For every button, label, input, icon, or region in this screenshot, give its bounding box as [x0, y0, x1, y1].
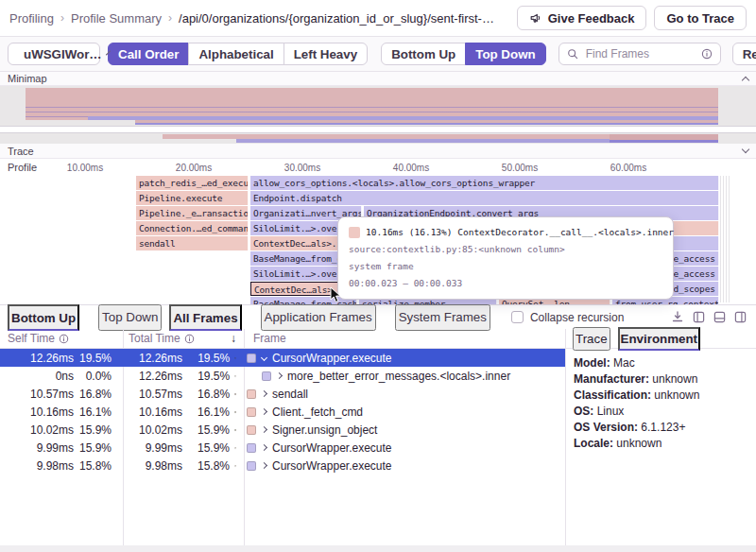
axis-tick: 10.00ms [67, 163, 103, 173]
chevron-right-icon: › [60, 11, 64, 25]
frame-cell[interactable]: CursorWrapper.execute [244, 352, 565, 365]
flame-frame[interactable]: Endpoint.dispatch [250, 191, 719, 205]
environment-line: Locale: unknown [574, 436, 756, 452]
reset-zoom-button[interactable]: Reset Zoom [732, 43, 756, 65]
profiling-page: Profiling › Profile Summary › /api/0/org… [0, 0, 756, 552]
info-icon[interactable] [701, 48, 713, 60]
minimap-title: Minimap [8, 73, 47, 84]
frame-cell[interactable]: CursorWrapper.execute [244, 441, 565, 455]
total-time-label: Total Time [129, 332, 180, 345]
chevron-right-icon[interactable] [261, 390, 267, 397]
layout-left-icon[interactable] [693, 311, 705, 323]
frame-cell[interactable]: Client._fetch_cmd [244, 405, 565, 419]
top-bar-actions: Give Feedback Go to Trace [517, 6, 747, 30]
frame-name: Signer.unsign_object [272, 423, 377, 437]
chevron-right-icon[interactable] [261, 444, 267, 451]
chevron-down-icon[interactable] [742, 146, 749, 153]
sorting-segmented-control: Call OrderAlphabeticalLeft Heavy [108, 43, 368, 65]
trace-title: Trace [8, 146, 34, 157]
frame-color-swatch [247, 389, 256, 399]
self-time-value: 10.02ms [0, 423, 76, 437]
flame-frame[interactable]: Pipeline._e…ransaction [136, 206, 249, 220]
self-time-value: 10.57ms [0, 388, 76, 401]
flame-frame[interactable]: Pipeline.execute [136, 191, 249, 205]
minimap-header[interactable]: Minimap [0, 72, 756, 86]
table-row[interactable]: 10.57ms16.8%10.57ms16.8%sendall [0, 385, 565, 403]
table-row[interactable]: 12.26ms19.5%12.26ms19.5%CursorWrapper.ex… [0, 349, 565, 367]
filter-tab-all-frames[interactable]: All Frames [169, 304, 241, 331]
filter-tab-application-frames[interactable]: Application Frames [261, 304, 376, 331]
chevron-right-icon[interactable] [261, 408, 267, 415]
minimap-block [135, 123, 718, 125]
frame-cell[interactable]: more_better_error_messages.<locals>.inne… [244, 370, 565, 383]
view-tab-top-down[interactable]: Top Down [98, 304, 162, 331]
sorting-option-call-order[interactable]: Call Order [108, 43, 189, 65]
layout-bottom-icon[interactable] [713, 311, 726, 323]
table-row[interactable]: 9.98ms15.8%9.98ms15.8%CursorWrapper.exec… [0, 457, 565, 474]
self-time-pct: 15.8% [76, 459, 123, 473]
chevron-up-icon[interactable] [742, 76, 749, 83]
sorting-option-left-heavy[interactable]: Left Heavy [284, 43, 368, 65]
self-time-pct: 15.9% [76, 441, 123, 455]
give-feedback-button[interactable]: Give Feedback [517, 6, 647, 30]
go-to-trace-button[interactable]: Go to Trace [654, 6, 747, 30]
details-tab-trace[interactable]: Trace [573, 327, 610, 351]
thread-selector-dropdown[interactable]: uWSGIWor… [8, 43, 100, 65]
top-bar: Profiling › Profile Summary › /api/0/org… [0, 0, 756, 37]
direction-option-bottom-up[interactable]: Bottom Up [381, 43, 466, 65]
bottom-strip [0, 545, 756, 552]
chevron-right-icon[interactable] [261, 426, 267, 433]
total-time-pct: 15.8% [185, 459, 244, 473]
breadcrumb-profiling[interactable]: Profiling [9, 11, 54, 26]
chevron-right-icon[interactable] [276, 372, 283, 379]
table-row[interactable]: 10.16ms16.1%10.16ms16.1%Client._fetch_cm… [0, 403, 565, 421]
flame-frame[interactable]: allow_cors_options.<locals>.allow_cors_o… [250, 176, 719, 190]
self-time-pct: 15.9% [76, 423, 123, 437]
chevron-right-icon[interactable] [261, 462, 267, 469]
sorting-option-alphabetical[interactable]: Alphabetical [188, 43, 284, 65]
view-tab-bottom-up[interactable]: Bottom Up [8, 304, 79, 331]
direction-option-top-down[interactable]: Top Down [465, 43, 545, 65]
frame-cell[interactable]: Signer.unsign_object [244, 423, 565, 437]
axis-tick: 40.00ms [393, 163, 429, 173]
info-icon[interactable] [184, 334, 195, 344]
axis-tick: 30.00ms [284, 163, 320, 173]
frame-cell[interactable]: sendall [244, 388, 565, 401]
flame-frame[interactable]: Connection.…ed_command [136, 221, 249, 235]
frame-column-header[interactable]: Frame [244, 332, 565, 345]
layout-right-icon[interactable] [734, 311, 747, 323]
flame-frame[interactable]: patch_redis_…ed_execute [136, 176, 249, 190]
table-row[interactable]: 10.02ms15.9%10.02ms15.9%Signer.unsign_ob… [0, 421, 565, 439]
breadcrumb-transaction: /api/0/organizations/{organization_id_or… [179, 11, 494, 26]
find-frames-input[interactable] [584, 46, 696, 61]
table-row[interactable]: 0ns0.0%12.26ms19.5%more_better_error_mes… [0, 367, 565, 385]
environment-line: OS Version: 6.1.123+ [574, 420, 756, 436]
collapse-recursion-toggle[interactable]: Collapse recursion [511, 311, 624, 324]
self-time-value: 0ns [0, 370, 76, 383]
time-axis: Profile 10.00ms20.00ms30.00ms40.00ms50.0… [0, 159, 756, 176]
breadcrumb-profile-summary[interactable]: Profile Summary [71, 11, 162, 26]
details-tab-environment[interactable]: Environment [618, 327, 700, 351]
trace-header[interactable]: Trace [0, 144, 756, 159]
sort-descending-icon[interactable]: ↓ [231, 332, 236, 345]
total-time-column-header[interactable]: Total Time ↓ [123, 332, 244, 345]
environment-line: Manufacturer: unknown [574, 371, 756, 388]
chevron-down-icon[interactable] [261, 354, 267, 361]
minimap[interactable] [0, 86, 756, 144]
info-icon[interactable] [59, 334, 69, 344]
self-time-pct: 0.0% [76, 370, 123, 383]
self-time-column-header[interactable]: Self Time [0, 332, 123, 345]
details-tabs: TraceEnvironment [565, 327, 756, 351]
panel-icon-buttons [671, 310, 747, 323]
minimap-lane-separator [0, 126, 756, 133]
self-time-value: 9.99ms [0, 441, 76, 455]
table-row[interactable]: 9.99ms15.9%9.99ms15.9%CursorWrapper.exec… [0, 439, 565, 457]
find-frames-search[interactable] [558, 43, 721, 65]
total-time-pct: 15.9% [185, 441, 244, 455]
collapse-recursion-checkbox[interactable] [511, 311, 524, 323]
frame-cell[interactable]: CursorWrapper.execute [244, 459, 565, 473]
frame-name: CursorWrapper.execute [272, 352, 392, 365]
filter-tab-system-frames[interactable]: System Frames [395, 304, 490, 331]
download-icon[interactable] [671, 310, 684, 323]
flame-frame[interactable]: sendall [136, 236, 249, 250]
